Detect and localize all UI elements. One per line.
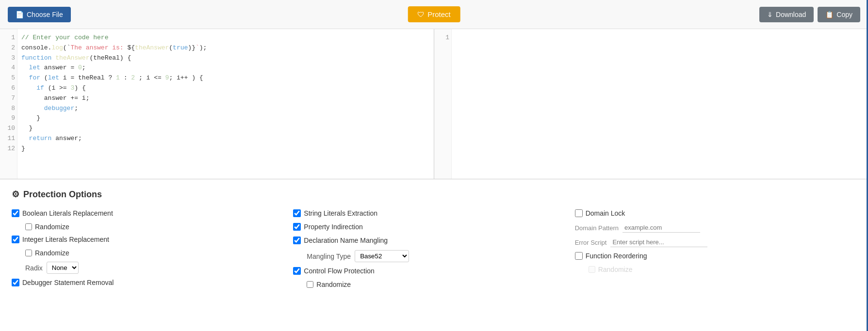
- options-title-text: Protection Options: [23, 189, 102, 200]
- control-flow-randomize-row: Randomize: [307, 281, 563, 288]
- output-line-numbers: 1: [434, 29, 452, 179]
- mangling-type-select[interactable]: Base52 Hexadecimal Mangled: [355, 250, 409, 262]
- func-reorder-randomize-label: Randomize: [598, 266, 633, 273]
- copy-button[interactable]: 📋 Copy: [818, 7, 860, 22]
- domain-pattern-input[interactable]: [622, 223, 700, 233]
- string-literals-row: String Literals Extraction: [293, 209, 563, 217]
- radix-label: Radix: [25, 264, 43, 272]
- radix-select[interactable]: None 8 16: [47, 262, 79, 274]
- protect-label: Protect: [427, 10, 451, 18]
- boolean-randomize-row: Randomize: [25, 223, 281, 231]
- debugger-removal-row: Debugger Statement Removal: [12, 279, 281, 286]
- func-reorder-randomize-row: Randomize: [589, 266, 845, 273]
- toolbar-left: 📄 Choose File: [8, 7, 71, 22]
- input-line-numbers: 12345 678910 1112: [0, 29, 17, 179]
- function-reordering-label: Function Reordering: [586, 252, 647, 260]
- domain-pattern-row: Domain Pattern: [575, 223, 845, 233]
- output-editor[interactable]: 1: [434, 29, 868, 179]
- input-code-area: 12345 678910 1112 // Enter your code her…: [0, 29, 434, 179]
- property-indirection-checkbox[interactable]: [293, 223, 301, 231]
- input-code-content[interactable]: // Enter your code here console.log(`The…: [17, 29, 434, 179]
- options-col-3: Domain Lock Domain Pattern Error Script …: [575, 209, 856, 293]
- boolean-randomize-label: Randomize: [35, 223, 69, 231]
- property-indirection-row: Property Indirection: [293, 223, 563, 231]
- domain-lock-checkbox[interactable]: [575, 209, 583, 217]
- options-grid: Boolean Literals Replacement Randomize I…: [12, 209, 856, 293]
- file-icon: 📄: [16, 11, 24, 18]
- options-col-2: String Literals Extraction Property Indi…: [293, 209, 574, 293]
- control-flow-row: Control Flow Protection: [293, 267, 563, 275]
- choose-file-label: Choose File: [27, 11, 63, 18]
- shield-icon: 🛡: [417, 10, 425, 18]
- protect-button[interactable]: 🛡 Protect: [408, 6, 460, 22]
- output-code-area: 1: [434, 29, 868, 179]
- function-reordering-row: Function Reordering: [575, 252, 845, 260]
- output-code-content: [452, 29, 868, 179]
- declaration-mangling-row: Declaration Name Mangling: [293, 236, 563, 244]
- editors-container: 12345 678910 1112 // Enter your code her…: [0, 29, 868, 179]
- download-button[interactable]: ⇓ Download: [759, 7, 814, 22]
- declaration-mangling-checkbox[interactable]: [293, 236, 301, 244]
- string-literals-label: String Literals Extraction: [304, 209, 377, 217]
- control-flow-randomize-label: Randomize: [316, 281, 351, 288]
- integer-randomize-checkbox[interactable]: [25, 250, 32, 256]
- mangling-type-row: Mangling Type Base52 Hexadecimal Mangled: [307, 250, 563, 262]
- download-label: Download: [776, 11, 806, 18]
- copy-icon: 📋: [825, 11, 834, 18]
- input-editor[interactable]: 12345 678910 1112 // Enter your code her…: [0, 29, 434, 179]
- control-flow-randomize-checkbox[interactable]: [307, 281, 313, 288]
- boolean-randomize-checkbox[interactable]: [25, 223, 32, 230]
- choose-file-button[interactable]: 📄 Choose File: [8, 7, 71, 22]
- declaration-mangling-label: Declaration Name Mangling: [304, 236, 388, 244]
- integer-randomize-row: Randomize: [25, 249, 281, 257]
- toolbar-center: 🛡 Protect: [408, 6, 460, 22]
- copy-label: Copy: [836, 11, 852, 18]
- options-col-1: Boolean Literals Replacement Randomize I…: [12, 209, 293, 293]
- integer-literals-checkbox[interactable]: [12, 236, 19, 243]
- error-script-row: Error Script: [575, 237, 845, 247]
- domain-lock-label: Domain Lock: [586, 209, 625, 217]
- boolean-literals-row: Boolean Literals Replacement: [12, 209, 281, 217]
- debugger-removal-label: Debugger Statement Removal: [22, 279, 114, 286]
- radix-row: Radix None 8 16: [25, 262, 281, 274]
- toolbar-right: ⇓ Download 📋 Copy: [759, 7, 860, 22]
- func-reorder-randomize-checkbox[interactable]: [589, 266, 595, 273]
- integer-literals-label: Integer Literals Replacement: [22, 236, 109, 243]
- error-script-label: Error Script: [575, 239, 607, 246]
- download-icon: ⇓: [767, 11, 773, 18]
- gear-icon: ⚙: [12, 189, 19, 200]
- integer-randomize-label: Randomize: [35, 249, 69, 257]
- integer-literals-row: Integer Literals Replacement: [12, 236, 281, 243]
- mangling-type-label: Mangling Type: [307, 252, 351, 260]
- boolean-literals-checkbox[interactable]: [12, 209, 19, 217]
- error-script-input[interactable]: [610, 237, 707, 247]
- control-flow-checkbox[interactable]: [293, 267, 301, 275]
- domain-pattern-label: Domain Pattern: [575, 224, 619, 232]
- boolean-literals-label: Boolean Literals Replacement: [22, 209, 113, 217]
- domain-lock-row: Domain Lock: [575, 209, 845, 217]
- function-reordering-checkbox[interactable]: [575, 252, 583, 260]
- string-literals-checkbox[interactable]: [293, 209, 301, 217]
- property-indirection-label: Property Indirection: [304, 223, 362, 231]
- options-section: ⚙ Protection Options Boolean Literals Re…: [0, 179, 868, 303]
- toolbar: 📄 Choose File 🛡 Protect ⇓ Download 📋 Cop…: [0, 0, 868, 29]
- control-flow-label: Control Flow Protection: [304, 267, 375, 275]
- debugger-removal-checkbox[interactable]: [12, 279, 19, 286]
- options-title: ⚙ Protection Options: [12, 189, 856, 200]
